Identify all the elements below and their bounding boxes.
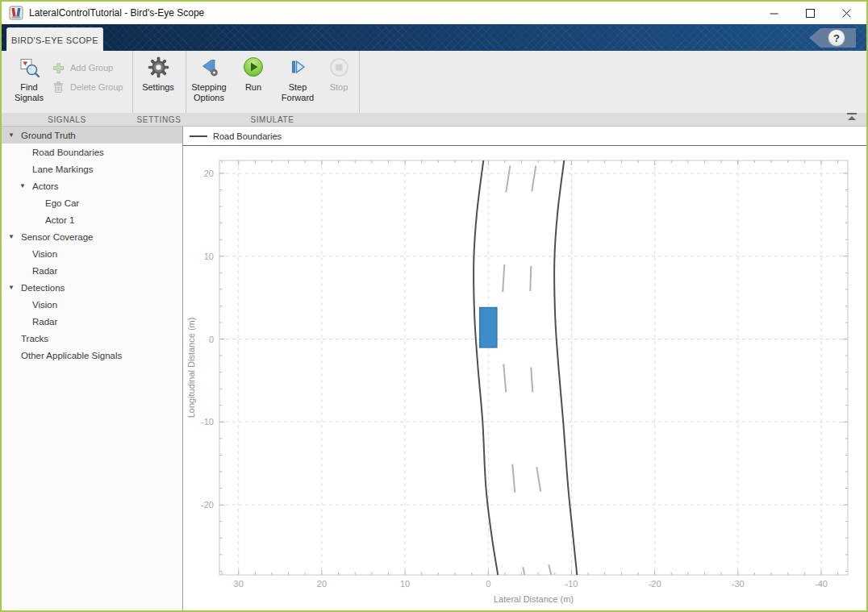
tab-label: BIRD'S-EYE SCOPE xyxy=(11,35,98,45)
lane-marking-dash xyxy=(532,166,536,192)
lane-marking-dash xyxy=(530,266,531,291)
stop-icon xyxy=(328,54,350,80)
y-tick-label: 10 xyxy=(204,252,214,261)
tree-expand-arrow[interactable]: ▼ xyxy=(19,182,26,189)
step-forward-icon xyxy=(287,54,309,80)
tree-item-vision[interactable]: Vision xyxy=(2,296,182,313)
help-icon: ? xyxy=(833,33,840,44)
tree-item-label: Road Boundaries xyxy=(32,148,104,157)
x-tick-label: 10 xyxy=(400,579,410,589)
stepping-options-icon xyxy=(198,54,220,80)
tree-item-vision[interactable]: Vision xyxy=(2,245,182,262)
x-tick-label: -30 xyxy=(732,579,745,589)
tree-item-ground-truth[interactable]: ▼Ground Truth xyxy=(2,127,182,144)
tree-item-label: Vision xyxy=(32,249,57,259)
step-forward-label: Step Forward xyxy=(274,82,321,103)
find-signals-button[interactable]: Find Signals xyxy=(6,54,52,110)
run-label: Run xyxy=(245,82,261,93)
y-tick-label: 20 xyxy=(204,169,214,178)
stepping-options-button[interactable]: Stepping Options xyxy=(186,54,232,110)
tree-item-label: Vision xyxy=(32,300,57,310)
settings-button[interactable]: Settings xyxy=(133,54,183,110)
title-bar: LateralControlTutorial - Bird's-Eye Scop… xyxy=(2,2,866,24)
app-icon xyxy=(9,6,23,20)
find-signals-label: Find Signals xyxy=(6,82,52,103)
add-group-button[interactable]: Add Group xyxy=(52,60,113,76)
tree-item-detections[interactable]: ▼Detections xyxy=(2,279,182,296)
close-button[interactable] xyxy=(828,2,865,24)
tree-item-label: Lane Markings xyxy=(32,164,93,174)
tree-item-label: Ground Truth xyxy=(21,131,76,140)
stop-label: Stop xyxy=(330,82,348,93)
maximize-button[interactable] xyxy=(792,2,828,24)
tree-item-tracks[interactable]: Tracks xyxy=(2,330,182,347)
tab-birds-eye-scope[interactable]: BIRD'S-EYE SCOPE xyxy=(6,27,103,52)
birds-eye-plot: 3020100-10-20-30-4020100-10-20Lateral Di… xyxy=(183,146,866,611)
ego-vehicle xyxy=(480,307,497,347)
tree-item-other-applicable-signals[interactable]: Other Applicable Signals xyxy=(2,347,182,364)
tree-item-radar[interactable]: Radar xyxy=(2,313,182,330)
toolstrip-tab-bar: BIRD'S-EYE SCOPE ? xyxy=(2,24,866,51)
tree-item-ego-car[interactable]: Ego Car xyxy=(2,194,182,211)
lane-marking-dash xyxy=(503,264,504,292)
collapse-toolstrip-button[interactable] xyxy=(845,112,858,122)
section-label-settings: SETTINGS xyxy=(132,115,186,124)
tree-item-label: Sensor Coverage xyxy=(21,232,94,242)
y-tick-label: -10 xyxy=(201,417,214,427)
add-group-icon xyxy=(52,61,65,75)
settings-gear-icon xyxy=(148,54,169,80)
tree-item-actors[interactable]: ▼Actors xyxy=(2,177,182,194)
legend-line-sample xyxy=(190,135,207,137)
tree-item-label: Actors xyxy=(32,181,59,191)
delete-group-button[interactable]: Delete Group xyxy=(52,79,123,95)
minimize-icon xyxy=(770,9,778,18)
tree-item-label: Other Applicable Signals xyxy=(21,351,122,360)
add-group-label: Add Group xyxy=(70,63,113,73)
section-label-simulate: SIMULATE xyxy=(186,115,359,124)
tree-item-label: Actor 1 xyxy=(45,215,74,225)
tree-expand-arrow[interactable]: ▼ xyxy=(8,233,15,240)
x-tick-label: -10 xyxy=(565,579,578,589)
signal-tree: ▼Ground TruthRoad BoundariesLane Marking… xyxy=(2,127,183,610)
tree-item-radar[interactable]: Radar xyxy=(2,262,182,279)
tree-item-actor-1[interactable]: Actor 1 xyxy=(2,211,182,228)
app-window: LateralControlTutorial - Bird's-Eye Scop… xyxy=(0,0,868,612)
y-tick-label: 0 xyxy=(209,335,214,344)
stop-button[interactable]: Stop xyxy=(323,54,355,110)
toolstrip: Find Signals Add Group De xyxy=(2,51,866,127)
help-banner: ? xyxy=(809,28,856,48)
legend: Road Boundaries xyxy=(190,129,282,144)
tree-item-label: Detections xyxy=(21,283,65,293)
x-axis-label: Lateral Distance (m) xyxy=(494,594,574,604)
axes-box xyxy=(219,160,848,575)
tree-expand-arrow[interactable]: ▼ xyxy=(8,131,15,139)
x-tick-label: 30 xyxy=(234,579,244,589)
legend-label: Road Boundaries xyxy=(213,131,282,141)
window-title: LateralControlTutorial - Bird's-Eye Scop… xyxy=(29,7,204,19)
tree-item-road-boundaries[interactable]: Road Boundaries xyxy=(2,144,182,160)
stepping-options-label: Stepping Options xyxy=(186,82,232,103)
delete-group-icon xyxy=(52,81,65,94)
x-tick-label: 0 xyxy=(486,579,490,589)
main-content: ▼Ground TruthRoad BoundariesLane Marking… xyxy=(2,127,866,610)
tree-item-label: Radar xyxy=(32,266,57,276)
tree-expand-arrow[interactable]: ▼ xyxy=(8,284,15,291)
tree-item-label: Radar xyxy=(32,317,57,327)
maximize-icon xyxy=(806,9,815,18)
section-label-signals: SIGNALS xyxy=(2,115,132,124)
tree-item-lane-markings[interactable]: Lane Markings xyxy=(2,160,182,177)
x-tick-label: 20 xyxy=(317,579,327,589)
run-button[interactable]: Run xyxy=(236,54,271,110)
step-forward-button[interactable]: Step Forward xyxy=(274,54,321,110)
x-tick-label: -20 xyxy=(649,579,661,589)
lane-marking-dash xyxy=(512,464,515,493)
lane-marking-dash xyxy=(503,364,506,392)
minimize-button[interactable] xyxy=(756,2,792,24)
tree-item-label: Tracks xyxy=(21,334,48,343)
x-tick-label: -40 xyxy=(815,579,828,589)
y-axis-label: Longitudinal Distance (m) xyxy=(186,318,196,418)
lane-marking-dash xyxy=(536,467,540,492)
help-button[interactable]: ? xyxy=(828,29,845,47)
road-boundary-right xyxy=(554,160,577,575)
tree-item-sensor-coverage[interactable]: ▼Sensor Coverage xyxy=(2,228,182,245)
